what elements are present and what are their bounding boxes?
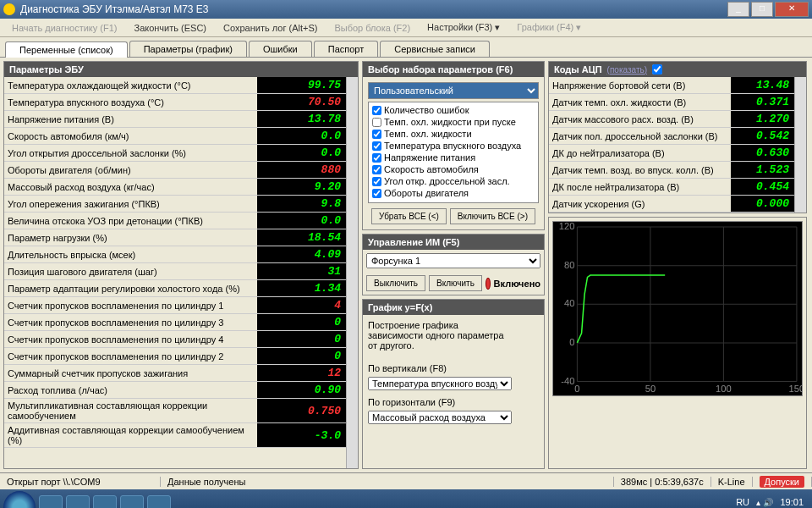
graph-y-select[interactable]: Температура впускного воздуха xyxy=(368,377,512,390)
svg-text:0: 0 xyxy=(569,337,574,347)
check-row[interactable]: Темп. охл. жидкости при пуске xyxy=(370,116,536,128)
table-row[interactable]: Датчик темп. возд. во впуск. колл. (В)1.… xyxy=(549,162,794,179)
include-all-button[interactable]: Включить ВСЕ (>) xyxy=(450,208,535,224)
param-checkbox[interactable] xyxy=(372,177,381,186)
tab-errors[interactable]: Ошибки xyxy=(249,41,312,57)
menu-block[interactable]: Выбор блока (F2) xyxy=(327,21,417,35)
table-row[interactable]: Аддитивная составляющая коррекции самооб… xyxy=(4,423,346,448)
table-row[interactable]: Мультипликативная составляющая коррекции… xyxy=(4,399,346,423)
table-row[interactable]: Параметр нагрузки (%)18.54 xyxy=(4,229,346,246)
check-row[interactable]: Температура впускного воздуха xyxy=(370,140,536,152)
table-row[interactable]: Суммарный счетчик пропусков зажигания12 xyxy=(4,365,346,382)
table-row[interactable]: Счетчик пропусков воспламенения по цилин… xyxy=(4,297,346,314)
menu-settings[interactable]: Настройки (F3) ▾ xyxy=(420,20,507,35)
table-row[interactable]: Счетчик пропусков воспламенения по цилин… xyxy=(4,331,346,348)
param-label: Мультипликативная составляющая коррекции… xyxy=(4,399,257,423)
tab-variables[interactable]: Переменные (список) xyxy=(5,41,128,58)
param-checkbox[interactable] xyxy=(372,118,381,127)
param-label: Угол опережения зажигания (°ПКВ) xyxy=(4,196,257,213)
im-off-button[interactable]: Выключить xyxy=(366,275,425,291)
system-tray[interactable]: RU ▴ 🔊 19:01 22.08.2014 xyxy=(736,497,809,508)
scrollbar[interactable] xyxy=(794,77,806,213)
check-row[interactable]: Темп. охл. жидкости xyxy=(370,128,536,140)
param-checkbox[interactable] xyxy=(372,189,381,198)
check-label: Количество ошибок xyxy=(384,105,469,115)
maximize-button[interactable]: □ xyxy=(751,2,773,17)
taskbar-media-icon[interactable] xyxy=(93,495,117,508)
param-value: 0.0 xyxy=(257,145,346,162)
table-row[interactable]: Датчик массового расх. возд. (В)1.270 xyxy=(549,111,794,128)
check-row[interactable]: Напряжение питания xyxy=(370,152,536,163)
table-row[interactable]: Скорость автомобиля (км/ч)0.0 xyxy=(4,128,346,145)
table-row[interactable]: Обороты двигателя (об/мин)880 xyxy=(4,162,346,179)
table-row[interactable]: ДК до нейтрализатора (В)0.630 xyxy=(549,145,794,162)
minimize-button[interactable]: _ xyxy=(727,2,749,17)
check-row[interactable]: Обороты двигателя xyxy=(370,187,536,199)
close-button[interactable]: ✕ xyxy=(775,2,809,17)
taskbar-ie-icon[interactable] xyxy=(39,495,63,508)
svg-text:100: 100 xyxy=(716,384,732,394)
graph-x-select[interactable]: Массовый расход воздуха xyxy=(368,411,512,424)
adc-show-link[interactable]: (показать) xyxy=(607,65,647,75)
table-row[interactable]: Температура охлаждающей жидкости (°С)99.… xyxy=(4,77,346,94)
menu-graphs[interactable]: Графики (F4) ▾ xyxy=(510,20,588,35)
adc-label: Датчик темп. охл. жидкости (В) xyxy=(549,94,731,111)
table-row[interactable]: Датчик ускорения (G)0.000 xyxy=(549,196,794,213)
graph-panel: График y=F(x) Построение графика зависим… xyxy=(362,299,545,469)
tab-parameters[interactable]: Параметры (график) xyxy=(129,41,247,57)
table-row[interactable]: Напряжение питания (В)13.78 xyxy=(4,111,346,128)
table-row[interactable]: Датчик пол. дроссельной заслонки (В)0.54… xyxy=(549,128,794,145)
table-row[interactable]: Датчик темп. охл. жидкости (В)0.371 xyxy=(549,94,794,111)
remove-all-button[interactable]: Убрать ВСЕ (<) xyxy=(371,208,447,224)
table-row[interactable]: Расход топлива (л/час)0.90 xyxy=(4,382,346,399)
table-row[interactable]: ДК после нейтрализатора (В)0.454 xyxy=(549,179,794,196)
param-value: 880 xyxy=(257,162,346,179)
table-row[interactable]: Счетчик пропусков воспламенения по цилин… xyxy=(4,348,346,365)
scrollbar[interactable] xyxy=(346,77,358,468)
tab-passport[interactable]: Паспорт xyxy=(314,41,379,57)
table-row[interactable]: Массовый расход воздуха (кг/час)9.20 xyxy=(4,179,346,196)
table-row[interactable]: Параметр адаптации регулировки холостого… xyxy=(4,280,346,297)
table-row[interactable]: Угол открытия дроссельной заслонки (%)0.… xyxy=(4,145,346,162)
param-value: 9.20 xyxy=(257,179,346,196)
check-row[interactable]: Количество ошибок xyxy=(370,104,536,116)
param-checkbox[interactable] xyxy=(372,130,381,139)
adc-label: Напряжение бортовой сети (В) xyxy=(549,77,731,94)
param-value: 0 xyxy=(257,331,346,348)
status-timing: 389мс | 0:5:39,637с xyxy=(614,477,711,487)
check-row[interactable]: Угол откр. дроссельной засл. xyxy=(370,175,536,187)
table-row[interactable]: Температура впускного воздуха (°С)70.50 xyxy=(4,94,346,111)
table-row[interactable]: Напряжение бортовой сети (В)13.48 xyxy=(549,77,794,94)
param-value: 1.34 xyxy=(257,280,346,297)
chart-area: -4004080120050100150 xyxy=(552,221,803,396)
menu-start[interactable]: Начать диагностику (F1) xyxy=(5,21,123,35)
paramset-panel: Выбор набора параметров (F6) Пользовател… xyxy=(362,61,545,230)
table-row[interactable]: Позиция шагового двигателя (шаг)31 xyxy=(4,263,346,280)
table-row[interactable]: Длительность впрыска (мсек)4.09 xyxy=(4,246,346,263)
param-checkbox[interactable] xyxy=(372,153,381,163)
param-checkbox[interactable] xyxy=(372,165,381,174)
paramset-select[interactable]: Пользовательский xyxy=(368,82,539,99)
tab-service[interactable]: Сервисные записи xyxy=(380,41,490,57)
adc-show-checkbox[interactable] xyxy=(652,64,662,75)
im-select[interactable]: Форсунка 1 xyxy=(366,253,540,268)
taskbar-explorer-icon[interactable] xyxy=(66,495,90,508)
menu-end[interactable]: Закончить (ESC) xyxy=(127,21,213,35)
param-value: 0.750 xyxy=(257,399,346,423)
status-badge[interactable]: Допуски xyxy=(760,476,804,488)
table-row[interactable]: Угол опережения зажигания (°ПКВ)9.8 xyxy=(4,196,346,213)
check-row[interactable]: Скорость автомобиля xyxy=(370,163,536,175)
param-value: 0.0 xyxy=(257,128,346,145)
im-on-button[interactable]: Включить xyxy=(429,275,482,291)
check-label: Обороты двигателя xyxy=(384,188,469,198)
param-checkbox[interactable] xyxy=(372,106,381,115)
adc-label: Датчик пол. дроссельной заслонки (В) xyxy=(549,128,731,145)
table-row[interactable]: Счетчик пропусков воспламенения по цилин… xyxy=(4,314,346,331)
taskbar-app-icon[interactable] xyxy=(120,495,144,508)
taskbar-app2-icon[interactable] xyxy=(147,495,171,508)
table-row[interactable]: Величина отскока УОЗ при детонации (°ПКВ… xyxy=(4,213,346,229)
param-checkbox[interactable] xyxy=(372,141,381,151)
param-checklist[interactable]: Количество ошибокТемп. охл. жидкости при… xyxy=(368,102,539,203)
start-button[interactable] xyxy=(3,491,36,508)
menu-savelog[interactable]: Сохранить лог (Alt+S) xyxy=(217,21,324,35)
